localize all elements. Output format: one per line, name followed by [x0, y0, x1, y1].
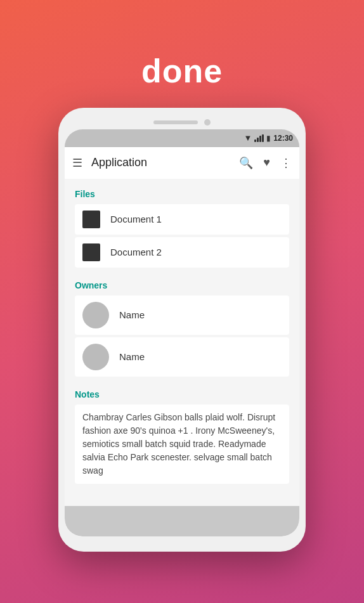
- avatar: [82, 344, 109, 370]
- app-title: Application: [91, 156, 230, 169]
- battery-icon: ▮: [266, 134, 271, 143]
- owner-2-name: Name: [119, 351, 145, 362]
- notes-label: Notes: [75, 389, 289, 399]
- files-label: Files: [75, 189, 289, 199]
- owners-label: Owners: [75, 280, 289, 290]
- done-title: done: [141, 52, 223, 90]
- avatar: [82, 302, 109, 328]
- more-options-icon[interactable]: ⋮: [280, 156, 292, 170]
- list-item[interactable]: Name: [75, 337, 289, 377]
- document-icon: [82, 243, 100, 261]
- document-1-label: Document 1: [110, 214, 162, 224]
- status-bar: ▼ ▮ 12:30: [65, 129, 299, 147]
- bottom-navigation-bar: [65, 506, 299, 536]
- owner-1-name: Name: [119, 309, 145, 320]
- heart-icon[interactable]: ♥: [263, 156, 270, 169]
- list-item[interactable]: Name: [75, 295, 289, 335]
- app-bar-actions: 🔍 ♥ ⋮: [239, 156, 292, 170]
- status-icons: ▼ ▮ 12:30: [244, 133, 293, 143]
- owners-section: Owners Name Name: [75, 280, 289, 377]
- files-section: Files Document 1 Document 2: [75, 189, 289, 268]
- hamburger-icon[interactable]: ☰: [72, 156, 82, 170]
- document-icon: [82, 211, 100, 228]
- list-item[interactable]: Document 1: [75, 204, 289, 235]
- document-2-label: Document 2: [110, 247, 162, 257]
- signal-bars-icon: [254, 134, 264, 142]
- phone-frame: ▼ ▮ 12:30 ☰ Application 🔍 ♥ ⋮: [58, 108, 306, 552]
- notes-section: Notes Chambray Carles Gibson balls plaid…: [75, 389, 289, 484]
- list-item[interactable]: Document 2: [75, 237, 289, 268]
- app-bar: ☰ Application 🔍 ♥ ⋮: [65, 147, 299, 179]
- phone-screen: ▼ ▮ 12:30 ☰ Application 🔍 ♥ ⋮: [65, 129, 299, 536]
- phone-notch: [65, 114, 299, 129]
- wifi-icon: ▼: [244, 133, 252, 143]
- notes-content: Chambray Carles Gibson balls plaid wolf.…: [75, 405, 289, 484]
- status-time: 12:30: [273, 134, 293, 143]
- phone-speaker: [153, 120, 198, 124]
- search-icon[interactable]: 🔍: [239, 156, 253, 170]
- phone-camera: [204, 119, 211, 126]
- content-area: Files Document 1 Document 2 Owners Name: [65, 179, 299, 506]
